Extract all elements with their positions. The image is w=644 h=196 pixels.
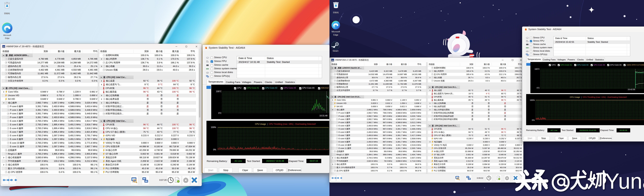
svg-text:123: 123: [206, 60, 208, 61]
svg-text:Yuna: Yuna: [605, 169, 644, 193]
svg-text:123: 123: [526, 40, 528, 41]
